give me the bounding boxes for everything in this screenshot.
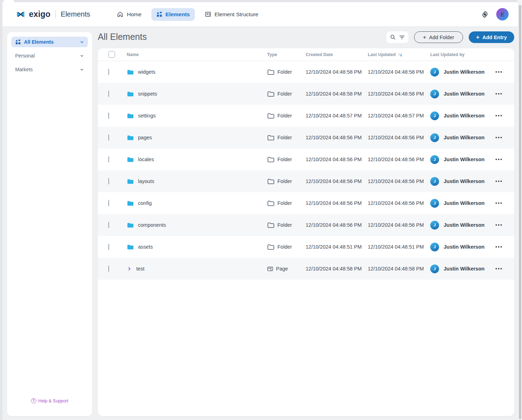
nav-element-structure[interactable]: Element Structure — [200, 8, 263, 21]
sort-icon[interactable] — [397, 52, 403, 57]
help-support-link[interactable]: ? Help & Support — [7, 398, 92, 403]
row-checkbox[interactable] — [108, 222, 109, 228]
type-label: Folder — [277, 178, 292, 184]
row-menu-button[interactable] — [492, 69, 506, 75]
row-menu-button[interactable] — [492, 91, 506, 97]
table-row[interactable]: layouts Folder 12/10/2024 04:48:56 PM 12… — [98, 170, 514, 192]
nav-elements[interactable]: Elements — [151, 8, 195, 21]
select-all-checkbox[interactable] — [108, 51, 115, 58]
add-entry-button[interactable]: + Add Entry — [469, 31, 514, 43]
folder-icon — [127, 113, 134, 119]
created-date: 12/10/2024 04:48:58 PM — [306, 91, 368, 97]
folder-icon — [127, 157, 134, 163]
expand-chevron-icon[interactable] — [127, 266, 132, 271]
settings-gear-icon[interactable] — [481, 10, 489, 19]
entry-name[interactable]: pages — [138, 135, 152, 140]
entry-name[interactable]: assets — [138, 244, 153, 250]
entry-name[interactable]: settings — [138, 113, 156, 118]
row-checkbox[interactable] — [108, 244, 109, 250]
row-checkbox[interactable] — [108, 112, 109, 119]
row-menu-button[interactable] — [492, 113, 506, 118]
sidebar-item-markets[interactable]: Markets — [11, 64, 88, 75]
type-label: Folder — [277, 69, 292, 75]
row-checkbox[interactable] — [108, 156, 109, 163]
page-title: All Elements — [98, 32, 147, 42]
filter-icon[interactable] — [399, 35, 405, 40]
search-filter-box[interactable] — [386, 31, 408, 43]
created-date: 12/10/2024 04:48:51 PM — [306, 244, 368, 250]
updated-date: 12/10/2024 04:48:56 PM — [368, 200, 430, 206]
add-folder-button[interactable]: + Add Folder — [414, 31, 463, 43]
nav-home[interactable]: Home — [112, 8, 146, 21]
sidebar-item-personal[interactable]: Personal — [11, 50, 88, 61]
col-updated[interactable]: Last Updated — [368, 51, 430, 57]
entry-name[interactable]: layouts — [138, 178, 154, 184]
table-header: Name Type Created Date Last Updated Last… — [98, 48, 514, 61]
entry-name[interactable]: components — [138, 222, 166, 228]
table-row[interactable]: settings Folder 12/10/2024 04:48:57 PM 1… — [98, 105, 514, 127]
updated-by-name: Justin Wilkerson — [444, 266, 485, 272]
table-row[interactable]: config Folder 12/10/2024 04:48:56 PM 12/… — [98, 192, 514, 214]
row-checkbox[interactable] — [108, 91, 109, 97]
col-created[interactable]: Created Date — [306, 52, 368, 57]
type-label: Folder — [277, 200, 292, 206]
type-folder-icon — [267, 91, 275, 97]
entry-name[interactable]: test — [136, 266, 144, 272]
type-folder-icon — [267, 200, 275, 206]
type-page-icon — [267, 266, 273, 272]
table-row[interactable]: widgets Folder 12/10/2024 04:48:58 PM 12… — [98, 61, 514, 83]
search-icon[interactable] — [390, 34, 396, 40]
type-folder-icon — [267, 69, 275, 75]
scrollbar-thumb[interactable] — [519, 5, 521, 419]
user-avatar: J — [430, 177, 439, 186]
table-row[interactable]: locales Folder 12/10/2024 04:48:56 PM 12… — [98, 148, 514, 170]
nav-home-label: Home — [127, 11, 141, 18]
help-label: Help & Support — [38, 398, 68, 403]
user-avatar: J — [430, 199, 439, 208]
sidebar-personal-label: Personal — [15, 53, 80, 59]
row-checkbox[interactable] — [108, 200, 109, 206]
col-type[interactable]: Type — [267, 52, 306, 57]
table-row[interactable]: assets Folder 12/10/2024 04:48:51 PM 12/… — [98, 236, 514, 258]
element-structure-icon — [205, 11, 211, 18]
table-row[interactable]: snippets Folder 12/10/2024 04:48:58 PM 1… — [98, 83, 514, 105]
row-checkbox[interactable] — [108, 266, 109, 272]
col-name[interactable]: Name — [127, 52, 267, 57]
user-avatar-menu[interactable]: E — [496, 8, 509, 20]
entry-name[interactable]: config — [138, 200, 152, 206]
row-menu-button[interactable] — [492, 178, 506, 184]
row-checkbox[interactable] — [108, 178, 109, 184]
updated-date: 12/10/2024 04:48:56 PM — [368, 178, 430, 184]
page-scrollbar[interactable] — [518, 0, 522, 420]
top-navbar: exigo Elements Home Elements — [2, 2, 518, 27]
row-menu-button[interactable] — [492, 244, 506, 250]
user-avatar: J — [430, 264, 439, 273]
nav-element-structure-label: Element Structure — [215, 11, 258, 18]
type-folder-icon — [267, 244, 275, 250]
row-checkbox[interactable] — [108, 69, 109, 75]
row-menu-button[interactable] — [492, 157, 506, 162]
col-updated-by[interactable]: Last Updated by — [430, 52, 492, 57]
row-menu-button[interactable] — [492, 135, 506, 140]
entry-name[interactable]: locales — [138, 157, 154, 162]
table-row[interactable]: components Folder 12/10/2024 04:48:56 PM… — [98, 214, 514, 236]
brand[interactable]: exigo Elements — [16, 10, 90, 19]
brand-divider — [55, 10, 56, 19]
type-label: Folder — [277, 91, 292, 97]
type-folder-icon — [267, 178, 275, 184]
row-menu-button[interactable] — [492, 200, 506, 206]
row-checkbox[interactable] — [108, 134, 109, 141]
add-folder-label: Add Folder — [429, 35, 454, 40]
table-row[interactable]: test Page 12/10/2024 04:48:58 PM 12/10/2… — [98, 258, 514, 280]
elements-table-card: Name Type Created Date Last Updated Last… — [98, 48, 514, 416]
chevron-down-icon — [80, 67, 84, 72]
row-menu-button[interactable] — [492, 266, 506, 272]
sidebar-item-all-elements[interactable]: All Elements — [11, 37, 88, 47]
sidebar-all-elements-label: All Elements — [24, 39, 80, 45]
entry-name[interactable]: widgets — [138, 69, 155, 75]
table-row[interactable]: pages Folder 12/10/2024 04:48:56 PM 12/1… — [98, 127, 514, 148]
updated-by-name: Justin Wilkerson — [444, 244, 485, 250]
row-menu-button[interactable] — [492, 222, 506, 228]
product-name: Elements — [61, 10, 90, 18]
entry-name[interactable]: snippets — [138, 91, 157, 97]
